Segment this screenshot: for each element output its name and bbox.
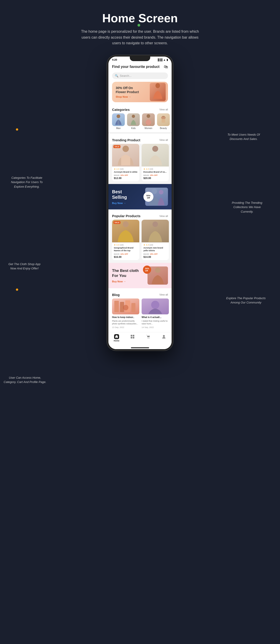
popular-section: Popular Products View all SALE — [108, 211, 172, 262]
decorative-dot-green — [138, 24, 140, 26]
popular-product-1[interactable]: SALE ★ 4.3 (10) Geographical Brand Names… — [112, 220, 139, 260]
best-selling-text: BestSelling Buy Now → — [112, 189, 127, 204]
best-selling-cta[interactable]: Buy Now → — [112, 202, 127, 204]
blog-post-1-image — [112, 298, 139, 314]
app-header-title: Find your favourite product — [112, 65, 160, 69]
annotation-discounts: To Meet Users Needs OfDiscounts And Sale… — [221, 132, 266, 141]
svg-point-9 — [152, 146, 158, 152]
popular-view-all[interactable]: View all — [159, 215, 168, 218]
popular-product-2[interactable]: ★ 4.3 (10) Acronym new brand yello tshir… — [142, 220, 169, 260]
wifi-icon: ▲ — [163, 58, 166, 61]
nav-cart[interactable] — [146, 334, 151, 342]
annotation-bottom-nav: User Can Access Home,Category, Cart And … — [2, 376, 48, 384]
best-selling-section: BestSelling Buy Now → 50% Off — [108, 184, 172, 210]
popular-product-1-info: ★ 4.3 (10) Geographical Brand Names of t… — [112, 242, 139, 260]
page-header: Home Screen The home page is personalize… — [0, 0, 280, 53]
product-2-rating: ★ 4.3 (10) — [143, 168, 167, 170]
svg-point-19 — [123, 305, 128, 310]
banner-image — [150, 83, 166, 101]
trending-product-1-image: SALE — [112, 144, 139, 166]
best-cloth-cta[interactable]: Buy Now → — [112, 280, 139, 283]
category-man[interactable]: Man — [112, 113, 125, 130]
svg-point-25 — [147, 338, 148, 338]
blog-post-2-date: 14 Sep, 2022 — [142, 326, 169, 328]
trending-title: Trending Product — [112, 138, 140, 142]
search-icon: 🔍 — [115, 74, 118, 78]
annotation-popular-left: Get The Cloth Shop AppNow And Enjoy Offe… — [2, 262, 47, 271]
category-man-label: Man — [116, 127, 120, 130]
banner-cta[interactable]: Shop Now → — [116, 96, 139, 98]
annotation-popular-right: Explore The Popular ProductsAmong Our Co… — [221, 296, 271, 305]
popular-product-2-name: Acronym new brand yello tshirts — [143, 247, 167, 252]
svg-rect-7 — [164, 116, 164, 117]
category-icon — [130, 334, 135, 339]
trending-section: Trending Product View all — [108, 136, 172, 184]
sale-badge-1: SALE — [113, 145, 120, 148]
trending-product-2-image — [142, 144, 169, 166]
best-cloth-badge: 30%Off — [143, 266, 151, 274]
blog-post-1-title: How to keep indoor.. — [112, 316, 139, 319]
popular-product-2-price: $12.00 15% OFF — [143, 253, 167, 255]
trending-view-all[interactable]: View all — [159, 138, 168, 141]
trending-product-2[interactable]: ★ 4.3 (10) Evocative Brand of ne... $20.… — [142, 144, 169, 182]
svg-point-10 — [152, 188, 157, 194]
blog-post-2[interactable]: What is it actuall... I stated that mist… — [142, 298, 169, 328]
category-kids[interactable]: Kids — [127, 113, 140, 130]
phone-frame: 4:20 ▐▐▐ ▲ ▮ Find your favourite product… — [107, 55, 173, 350]
svg-rect-24 — [133, 337, 134, 338]
svg-point-1 — [117, 114, 120, 118]
svg-point-0 — [155, 83, 160, 88]
blog-post-2-title: What is it actuall... — [142, 316, 169, 319]
product-1-price: $20.00 10% OFF — [114, 174, 138, 176]
search-input-wrap[interactable]: 🔍 Search... — [112, 72, 168, 79]
popular-product-2-info: ★ 4.3 (10) Acronym new brand yello tshir… — [142, 242, 169, 260]
phone-wrapper: Categories To FacilitateNavigation For U… — [0, 55, 280, 350]
nav-home[interactable]: Home — [114, 334, 119, 342]
categories-section: Categories View all Man — [108, 105, 172, 132]
nav-category[interactable] — [130, 334, 135, 342]
banner-card[interactable]: 30% Off OnFlower Product Shop Now → — [112, 82, 168, 102]
blog-post-1[interactable]: How to keep indoor.. Plants are predomin… — [112, 298, 139, 328]
svg-rect-23 — [131, 337, 132, 338]
product-1-info: ★ 4.3 (10) Acronym Brand in white $20.00… — [112, 166, 139, 182]
best-selling-badge: 50% Off — [143, 192, 153, 202]
best-cloth-title: The Best clothFor You — [112, 268, 139, 278]
popular-product-1-image: SALE — [112, 220, 139, 242]
time-display: 4:20 — [112, 58, 117, 61]
category-beauty-label: Beauty — [160, 127, 167, 130]
signal-icon: ▐▐▐ — [157, 58, 162, 61]
svg-point-14 — [155, 267, 160, 273]
blog-title: Blog — [112, 293, 120, 297]
product-2-name: Evocative Brand of ne... — [143, 171, 167, 174]
svg-point-11 — [159, 190, 163, 194]
product-img-2 — [142, 144, 169, 166]
search-bar-container: 🔍 Search... — [108, 71, 172, 82]
trending-product-1[interactable]: SALE ★ 4.3 (10) Acronym Brand in white $… — [112, 144, 139, 182]
cart-nav-icon — [146, 334, 151, 339]
categories-header: Categories View all — [108, 105, 172, 113]
svg-point-27 — [163, 335, 165, 337]
divider-1 — [108, 132, 172, 134]
bottom-nav: Home — [108, 332, 172, 346]
nav-profile[interactable] — [161, 334, 166, 342]
popular-img-2 — [142, 220, 169, 242]
blog-post-2-excerpt: I stated that misting useful to raise hu… — [142, 320, 169, 325]
categories-title: Categories — [112, 108, 130, 112]
svg-point-3 — [147, 114, 150, 118]
blog-post-1-excerpt: Plants are predominantly photo synthetic… — [112, 320, 139, 325]
category-beauty[interactable]: Beauty — [157, 113, 170, 130]
svg-rect-22 — [133, 335, 134, 336]
svg-point-26 — [149, 338, 149, 338]
home-indicator-container — [108, 346, 172, 349]
blog-section: Blog View all How to keep i — [108, 290, 172, 332]
categories-view-all[interactable]: View all — [159, 108, 168, 111]
popular-product-1-name: Geographical Brand Names of the top — [114, 247, 138, 252]
blog-header: Blog View all — [108, 290, 172, 298]
blog-post-2-image — [142, 298, 169, 314]
popular-product-1-price: $10.00 10% OFF — [114, 253, 138, 255]
blog-view-all[interactable]: View all — [159, 293, 168, 296]
popular-product-2-image — [142, 220, 169, 242]
cart-icon[interactable]: 🛍 — [164, 64, 168, 69]
svg-point-2 — [132, 115, 135, 118]
category-women[interactable]: Women — [142, 113, 155, 130]
